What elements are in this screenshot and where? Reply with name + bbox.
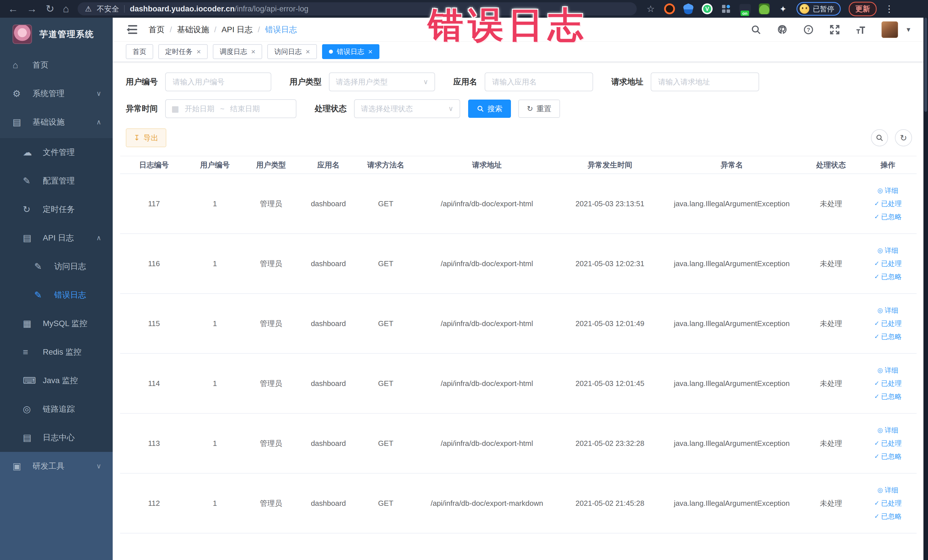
extension-orange-icon[interactable] [664,3,675,14]
breadcrumb-item[interactable]: 首页 [149,24,165,35]
filter-request-url: 请求地址 [611,72,759,91]
mark-processed-link[interactable]: ✓已处理 [874,439,902,448]
sidebar-item[interactable]: ▣ 研发工具 ∨ [0,452,113,481]
bookmark-star-icon[interactable]: ☆ [645,3,656,14]
sidebar-collapse-icon[interactable] [126,25,137,35]
detail-link[interactable]: ◎详细 [878,186,898,195]
mark-ignored-link[interactable]: ✓已忽略 [874,512,902,521]
sidebar-item[interactable]: ✎ 配置管理 [0,166,113,195]
extension-plant-icon[interactable] [759,3,770,14]
fullscreen-icon[interactable] [829,24,840,35]
cell-exception-name: java.lang.IllegalArgumentException [661,200,803,208]
sidebar-item[interactable]: ⌨ Java 监控 [0,366,113,395]
avatar-caret-icon[interactable]: ▾ [907,25,910,34]
check-icon: ✓ [874,499,879,507]
table-row: 114 1 管理员 dashboard GET /api/infra/db-do… [120,354,917,414]
home-icon: ⌂ [12,60,26,70]
sidebar-item[interactable]: ⌂ 首页 [0,51,113,79]
mark-ignored-link[interactable]: ✓已忽略 [874,392,902,401]
close-tab-icon[interactable]: × [368,48,372,55]
profile-paused-badge[interactable]: 已暂停 [797,2,841,16]
extension-switch-icon[interactable]: on [739,4,751,14]
sidebar-item[interactable]: ☁ 文件管理 [0,138,113,166]
mark-ignored-link[interactable]: ✓已忽略 [874,272,902,281]
cloud-upload-icon: ☁ [23,147,36,158]
mark-processed-link[interactable]: ✓已处理 [874,319,902,328]
mark-processed-link[interactable]: ✓已处理 [874,499,902,508]
view-tab[interactable]: 调度日志 × [213,44,262,59]
app-logo[interactable]: 芋道管理系统 [0,18,113,51]
detail-link[interactable]: ◎详细 [878,485,898,495]
view-tab[interactable]: 访问日志 × [267,44,317,59]
close-tab-icon[interactable]: × [197,48,201,55]
export-button[interactable]: ↧ 导出 [126,128,166,147]
refresh-table-button[interactable]: ↻ [895,129,912,146]
cell-user-type: 管理员 [242,199,300,209]
date-range-picker[interactable]: ▦ 开始日期 ~ 结束日期 [165,99,296,118]
help-icon[interactable]: ? [803,24,814,35]
browser-reload-icon[interactable]: ↻ [46,4,54,14]
cell-user-type: 管理员 [242,378,300,389]
mark-processed-link[interactable]: ✓已处理 [874,259,902,268]
browser-back-icon[interactable]: ← [8,4,18,14]
filter-exception-time: 异常时间 ▦ 开始日期 ~ 结束日期 [126,99,296,118]
sidebar-item[interactable]: ▤ 基础设施 ∧ [0,108,113,136]
page-url[interactable]: dashboard.yudao.iocoder.cn/infra/log/api… [130,5,308,14]
browser-home-icon[interactable]: ⌂ [63,4,69,14]
extension-vue-devtools-icon[interactable]: V [702,3,713,14]
sidebar-item[interactable]: ▤ 日志中心 [0,423,113,452]
sidebar-item[interactable]: ✎ 错误日志 [0,281,113,309]
github-icon[interactable] [777,24,788,35]
request-url-input[interactable] [651,72,759,91]
user-type-select[interactable]: 请选择用户类型 ∨ [329,72,435,91]
mark-ignored-link[interactable]: ✓已忽略 [874,212,902,221]
view-tab[interactable]: 定时任务 × [158,44,208,59]
scrollbar-thumb[interactable] [924,18,927,112]
cell-log-id: 115 [120,319,188,328]
sidebar-item[interactable]: ✎ 访问日志 [0,252,113,281]
search-button[interactable]: 搜索 [468,99,511,118]
font-size-icon[interactable] [855,24,867,35]
page-scrollbar[interactable] [923,18,928,560]
breadcrumb-item[interactable]: API 日志 [222,24,253,35]
browser-forward-icon[interactable]: → [27,4,37,14]
extension-grid-icon[interactable] [720,3,731,14]
detail-link[interactable]: ◎详细 [878,426,898,435]
app-name-input[interactable] [485,72,593,91]
mark-processed-link[interactable]: ✓已处理 [874,379,902,388]
mark-ignored-link[interactable]: ✓已忽略 [874,332,902,341]
view-tab[interactable]: 首页 × [126,44,153,59]
browser-update-button[interactable]: 更新 [849,2,877,16]
mark-processed-link[interactable]: ✓已处理 [874,199,902,208]
breadcrumb-item[interactable]: 错误日志 [265,24,297,35]
sidebar-item[interactable]: ▦ MySQL 监控 [0,309,113,338]
toggle-search-button[interactable] [871,129,888,146]
sidebar-item[interactable]: ⚙ 系统管理 ∨ [0,79,113,108]
detail-link[interactable]: ◎详细 [878,306,898,315]
close-tab-icon[interactable]: × [251,48,255,55]
address-bar[interactable]: ⚠ 不安全 dashboard.yudao.iocoder.cn/infra/l… [78,2,637,15]
toggle-search-icon [876,134,884,142]
close-tab-icon[interactable]: × [305,48,310,55]
sidebar-item[interactable]: ↻ 定时任务 [0,195,113,224]
detail-link[interactable]: ◎详细 [878,366,898,375]
user-avatar[interactable] [882,21,898,38]
security-label[interactable]: 不安全 [97,4,119,14]
reset-button[interactable]: ↻ 重置 [518,99,560,118]
browser-menu-icon[interactable]: ⋮ [885,3,894,14]
breadcrumb-item[interactable]: 基础设施 [177,24,209,35]
sidebar-item[interactable]: ▤ API 日志 ∧ [0,224,113,252]
extensions-puzzle-icon[interactable]: ✦ [778,3,789,14]
user-id-input[interactable] [165,72,271,91]
search-icon[interactable] [750,24,762,35]
cell-request-url: /api/infra/db-doc/export-markdown [415,499,559,508]
sidebar-item[interactable]: ◎ 链路追踪 [0,395,113,423]
detail-link[interactable]: ◎详细 [878,246,898,255]
sidebar-item[interactable]: ≡ Redis 监控 [0,338,113,366]
cell-method: GET [357,499,415,508]
extension-shield-icon[interactable] [683,3,694,14]
process-status-select[interactable]: 请选择处理状态 ∨ [354,99,460,118]
svg-text:?: ? [807,27,810,33]
mark-ignored-link[interactable]: ✓已忽略 [874,452,902,461]
view-tab[interactable]: 错误日志 × [322,44,379,59]
